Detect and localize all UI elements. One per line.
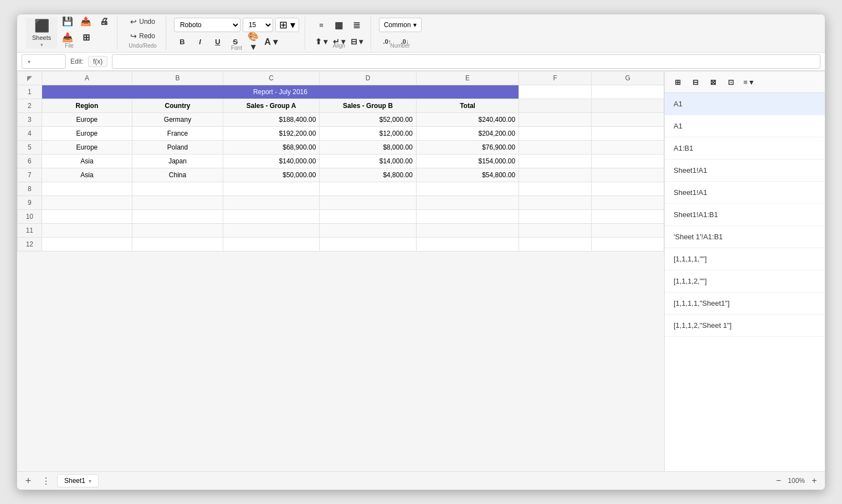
cell-12-2[interactable]: [223, 238, 320, 251]
print-button[interactable]: 🖨: [96, 14, 112, 29]
col-header-D[interactable]: D: [320, 71, 417, 85]
cell-5-4[interactable]: $76,900.00: [416, 141, 518, 155]
cell-4-4[interactable]: $204,200.00: [416, 127, 518, 141]
dropdown-item-3[interactable]: Sheet1!A1: [665, 182, 825, 204]
cell-3-3[interactable]: $52,000.00: [320, 113, 417, 127]
cell-3-5[interactable]: [519, 113, 592, 127]
cell-8-2[interactable]: [223, 182, 320, 196]
header-cell-5[interactable]: [519, 99, 592, 113]
header-cell-0[interactable]: Region: [42, 99, 132, 113]
export-button[interactable]: 📤: [78, 14, 94, 29]
dropdown-item-5[interactable]: 'Sheet 1'!A1:B1: [665, 226, 825, 248]
undo-button[interactable]: ↩ Undo: [125, 15, 160, 28]
cell-5-6[interactable]: [592, 141, 664, 155]
cell-8-6[interactable]: [592, 182, 664, 196]
cell-12-0[interactable]: [42, 238, 132, 251]
col-header-G[interactable]: G: [592, 71, 664, 85]
cell-7-1[interactable]: China: [132, 168, 223, 182]
row-header-6[interactable]: 6: [18, 155, 42, 168]
row-header-2[interactable]: 2: [18, 99, 42, 113]
cell-11-1[interactable]: [132, 224, 223, 238]
cell-11-5[interactable]: [519, 224, 592, 238]
row-header-5[interactable]: 5: [18, 141, 42, 155]
header-cell-2[interactable]: Sales - Group A: [223, 99, 320, 113]
cell-12-6[interactable]: [592, 238, 664, 251]
panel-align4-button[interactable]: ⊡: [722, 75, 739, 89]
font-size-select[interactable]: 15: [243, 18, 273, 32]
row-header-11[interactable]: 11: [18, 224, 42, 238]
save-button[interactable]: 💾: [59, 14, 76, 29]
row-header-4[interactable]: 4: [18, 127, 42, 141]
dropdown-item-6[interactable]: [1,1,1,1,""]: [665, 248, 825, 270]
header-cell-1[interactable]: Country: [132, 99, 223, 113]
cell-5-3[interactable]: $8,000.00: [320, 141, 417, 155]
dropdown-item-7[interactable]: [1,1,1,2,""]: [665, 270, 825, 292]
align-center-button[interactable]: ▦: [331, 18, 347, 32]
cell-10-6[interactable]: [592, 210, 664, 224]
cell-11-4[interactable]: [416, 224, 518, 238]
align-left-button[interactable]: ≡: [313, 18, 330, 32]
cell-4-1[interactable]: France: [132, 127, 223, 141]
row-header-9[interactable]: 9: [18, 196, 42, 210]
add-sheet-button[interactable]: +: [22, 474, 35, 487]
cell-5-2[interactable]: $68,900.00: [223, 141, 320, 155]
cell-11-6[interactable]: [592, 224, 664, 238]
cell-3-6[interactable]: [592, 113, 664, 127]
cell-9-3[interactable]: [320, 196, 417, 210]
cell-4-6[interactable]: [592, 127, 664, 141]
dropdown-item-0[interactable]: A1: [665, 115, 825, 137]
formula-input[interactable]: [112, 54, 820, 69]
redo-button[interactable]: ↪ Redo: [125, 29, 160, 43]
cell-9-1[interactable]: [132, 196, 223, 210]
col-header-A[interactable]: A: [42, 71, 132, 85]
cell-7-0[interactable]: Asia: [42, 168, 132, 182]
font-family-select[interactable]: Roboto: [174, 18, 240, 32]
dropdown-item-2[interactable]: Sheet1!A1: [665, 160, 825, 182]
format-dropdown[interactable]: Common ▾: [379, 18, 422, 32]
cell-10-4[interactable]: [416, 210, 518, 224]
dropdown-item-9[interactable]: [1,1,1,2,"Sheet 1"]: [665, 315, 825, 337]
title-cell[interactable]: Report - July 2016: [42, 85, 519, 99]
cell-6-2[interactable]: $140,000.00: [223, 155, 320, 168]
dropdown-item-header[interactable]: A1: [665, 93, 825, 115]
cell-10-0[interactable]: [42, 210, 132, 224]
col-header-E[interactable]: E: [416, 71, 518, 85]
cell-5-5[interactable]: [519, 141, 592, 155]
cell-3-1[interactable]: Germany: [132, 113, 223, 127]
cell-7-4[interactable]: $54,800.00: [416, 168, 518, 182]
cell-9-5[interactable]: [519, 196, 592, 210]
cell-12-3[interactable]: [320, 238, 417, 251]
table-format-dropdown[interactable]: ⊞ ▾: [275, 18, 299, 32]
cell-7-2[interactable]: $50,000.00: [223, 168, 320, 182]
cell-reference-box[interactable]: ▾: [22, 54, 66, 69]
cell-ref-dropdown-icon[interactable]: ▾: [28, 59, 30, 65]
cell-6-6[interactable]: [592, 155, 664, 168]
align-right-button[interactable]: ≣: [348, 18, 365, 32]
row-header-12[interactable]: 12: [18, 238, 42, 251]
cell-10-2[interactable]: [223, 210, 320, 224]
sheet-tab-sheet1[interactable]: Sheet1 ▾: [57, 474, 99, 487]
cell-7-5[interactable]: [519, 168, 592, 182]
dropdown-item-1[interactable]: A1:B1: [665, 137, 825, 160]
cell-8-1[interactable]: [132, 182, 223, 196]
cell-10-3[interactable]: [320, 210, 417, 224]
col-header-C[interactable]: C: [223, 71, 320, 85]
panel-align5-button[interactable]: ≡ ▾: [740, 75, 757, 89]
cell-9-2[interactable]: [223, 196, 320, 210]
cell-5-1[interactable]: Poland: [132, 141, 223, 155]
dropdown-item-4[interactable]: Sheet1!A1:B1: [665, 204, 825, 226]
cell-8-0[interactable]: [42, 182, 132, 196]
cell-12-4[interactable]: [416, 238, 518, 251]
row-header-7[interactable]: 7: [18, 168, 42, 182]
col-header-B[interactable]: B: [132, 71, 223, 85]
col-header-F[interactable]: F: [519, 71, 592, 85]
cell-6-0[interactable]: Asia: [42, 155, 132, 168]
cell-6-1[interactable]: Japan: [132, 155, 223, 168]
cell-7-6[interactable]: [592, 168, 664, 182]
cell-8-4[interactable]: [416, 182, 518, 196]
fx-button[interactable]: f(x): [88, 56, 107, 67]
cell-4-3[interactable]: $12,000.00: [320, 127, 417, 141]
cell-5-0[interactable]: Europe: [42, 141, 132, 155]
zoom-in-button[interactable]: +: [808, 475, 820, 487]
cell-9-0[interactable]: [42, 196, 132, 210]
